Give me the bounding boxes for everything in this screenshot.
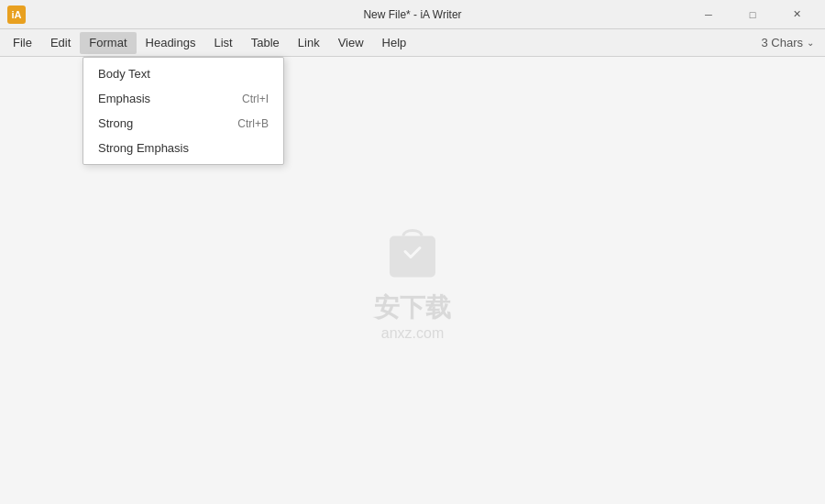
chevron-down-icon[interactable]: ⌄ xyxy=(807,38,814,48)
format-dropdown: Body Text Emphasis Ctrl+I Strong Ctrl+B … xyxy=(82,57,284,165)
menu-link[interactable]: Link xyxy=(289,32,329,54)
dropdown-item-emphasis[interactable]: Emphasis Ctrl+I xyxy=(83,86,283,111)
menu-view[interactable]: View xyxy=(329,32,373,54)
dropdown-item-strong[interactable]: Strong Ctrl+B xyxy=(83,111,283,136)
dropdown-item-body-text-label: Body Text xyxy=(98,67,150,81)
minimize-button[interactable]: ─ xyxy=(688,1,730,28)
menu-help[interactable]: Help xyxy=(373,32,416,54)
dropdown-item-strong-emphasis-label: Strong Emphasis xyxy=(98,141,189,155)
menu-headings[interactable]: Headings xyxy=(137,32,205,54)
watermark: 安下载 anxz.com xyxy=(374,220,451,342)
dropdown-item-strong-shortcut: Ctrl+B xyxy=(237,117,269,130)
chars-label: 3 Chars xyxy=(761,36,803,49)
watermark-url: anxz.com xyxy=(374,325,451,342)
menu-table[interactable]: Table xyxy=(242,32,289,54)
window-title: New File* - iA Writer xyxy=(363,8,461,21)
dropdown-item-body-text[interactable]: Body Text xyxy=(83,61,283,86)
dropdown-item-emphasis-shortcut: Ctrl+I xyxy=(242,93,269,105)
title-bar: iA New File* - iA Writer ─ □ ✕ xyxy=(0,0,825,29)
menu-file[interactable]: File xyxy=(4,32,41,54)
dropdown-item-strong-label: Strong xyxy=(98,116,133,130)
app-logo: iA xyxy=(7,5,26,24)
menu-format[interactable]: Format xyxy=(80,32,136,54)
menu-list[interactable]: List xyxy=(204,32,241,54)
chars-counter: 3 Chars ⌄ xyxy=(761,36,821,49)
menu-bar: File Edit Format Headings List Table Lin… xyxy=(0,29,825,57)
menu-edit[interactable]: Edit xyxy=(41,32,80,54)
dropdown-item-strong-emphasis[interactable]: Strong Emphasis xyxy=(83,136,283,160)
maximize-button[interactable]: □ xyxy=(732,1,774,28)
close-button[interactable]: ✕ xyxy=(776,1,818,28)
watermark-bag-icon xyxy=(385,220,440,284)
svg-rect-0 xyxy=(390,236,435,278)
watermark-text: 安下载 xyxy=(374,290,451,325)
window-controls: ─ □ ✕ xyxy=(688,1,818,28)
dropdown-item-emphasis-label: Emphasis xyxy=(98,92,150,105)
